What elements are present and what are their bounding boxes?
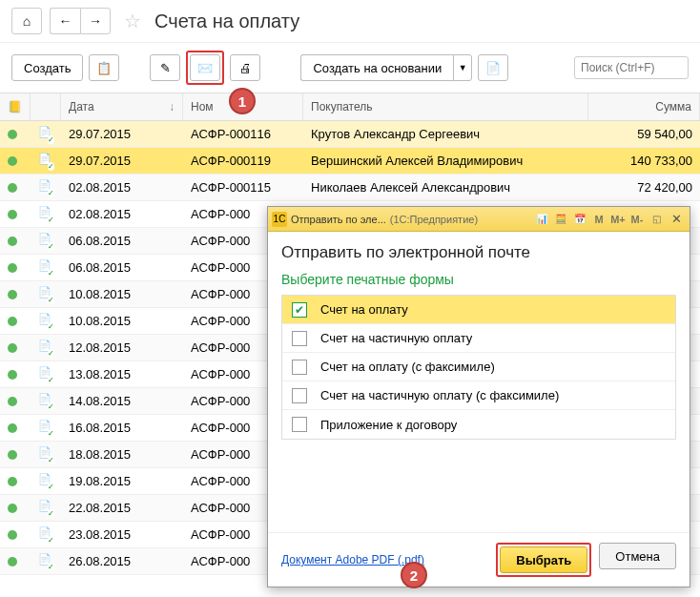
cell-buyer: Вершинский Алексей Владимирович [303,154,588,168]
doc-posted-icon [38,128,51,141]
print-form-row[interactable]: Приложение к договору [282,410,675,439]
home-button[interactable]: ⌂ [11,8,42,34]
doc-posted-icon [38,475,51,488]
doc-posted-icon [38,448,51,462]
cell-number: АСФР-000119 [183,154,303,168]
checkbox[interactable] [292,331,307,346]
doc-posted-icon [38,181,51,195]
cell-date: 29.07.2015 [61,154,183,168]
pdf-format-link[interactable]: Документ Adobe PDF (.pdf) [281,553,424,566]
create-button[interactable]: Создать [11,54,83,81]
print-form-label: Счет на частичную оплату (с факсимиле) [320,388,559,402]
doc-posted-icon [38,528,51,542]
status-dot-icon [8,477,17,486]
col-date[interactable]: Дата↓ [61,93,183,120]
status-dot-icon [8,343,17,353]
cell-date: 13.08.2015 [61,367,183,381]
forward-button[interactable]: → [80,8,111,34]
favorite-star-icon[interactable]: ☆ [124,10,141,32]
cancel-button[interactable]: Отмена [599,543,676,569]
chevron-down-icon[interactable]: ▼ [453,54,472,81]
table-row[interactable]: 29.07.2015АСФР-000119Вершинский Алексей … [0,148,700,175]
status-dot-icon [8,450,17,460]
search-input[interactable] [574,56,689,79]
status-dot-icon [8,504,17,513]
print-forms-list: ✔Счет на оплатуСчет на частичную оплатуС… [281,295,676,440]
create-based-on-label: Создать на основании [300,54,453,81]
doc-posted-icon [38,261,51,275]
app-1c-icon: 1C [272,212,287,227]
dialog-titlebar[interactable]: 1C Отправить по эле... (1С:Предприятие) … [268,207,690,232]
dialog-title: Отправить по эле... [291,214,386,225]
cell-number: АСФР-000115 [183,180,303,195]
cell-date: 02.08.2015 [61,180,183,195]
cell-date: 14.08.2015 [61,394,183,408]
create-based-on-dropdown[interactable]: Создать на основании ▼ [300,54,472,81]
cell-date: 10.08.2015 [61,287,183,301]
tb-mminus-button[interactable]: M- [628,211,646,228]
callout-2: 2 [401,562,427,588]
cell-number: АСФР-000116 [183,127,303,141]
checkbox[interactable]: ✔ [292,302,307,318]
dialog-title-app: (1С:Предприятие) [390,214,478,225]
copy-button[interactable]: 📋 [89,54,119,81]
tb-icon-1[interactable]: 📊 [533,211,550,228]
print-form-row[interactable]: Счет на оплату (с факсимиле) [282,353,675,381]
dialog-close-button[interactable]: ✕ [667,211,686,228]
cell-date: 06.08.2015 [61,234,183,248]
status-dot-icon [8,263,17,273]
table-row[interactable]: 29.07.2015АСФР-000116Крутов Александр Се… [0,121,700,148]
print-form-row[interactable]: Счет на частичную оплату [282,324,675,353]
cell-date: 16.08.2015 [61,421,183,435]
back-button[interactable]: ← [50,8,80,34]
report-button[interactable]: 📄 [478,54,508,81]
status-dot-icon [8,183,17,193]
cell-sum: 59 540,00 [588,127,700,141]
callout-1: 1 [229,88,256,114]
col-sum[interactable]: Сумма [588,93,700,120]
print-form-row[interactable]: ✔Счет на оплату [282,296,675,324]
print-form-label: Счет на оплату [320,302,408,317]
doc-posted-icon [38,555,51,568]
col-status-icon[interactable]: 📒 [0,93,31,120]
table-row[interactable]: 02.08.2015АСФР-000115Николаев Алексей Ал… [0,175,700,201]
cell-sum: 140 733,00 [588,154,700,168]
col-doc-icon[interactable] [31,93,61,120]
pencil-button[interactable]: ✎ [150,54,180,81]
cell-buyer: Крутов Александр Сергеевич [303,127,588,141]
tb-icon-3[interactable]: 📅 [571,211,588,228]
tb-mplus-button[interactable]: M+ [609,211,627,228]
print-form-row[interactable]: Счет на частичную оплату (с факсимиле) [282,381,675,410]
tb-restore-button[interactable]: ◱ [648,211,665,228]
tb-m-button[interactable]: M [590,211,607,228]
checkbox[interactable] [292,417,307,432]
doc-posted-icon [38,154,51,168]
print-button[interactable]: 🖨 [230,54,260,81]
select-button[interactable]: Выбрать [500,546,587,573]
checkbox[interactable] [292,388,307,403]
sort-arrow-icon: ↓ [169,100,175,113]
cell-date: 12.08.2015 [61,340,183,355]
doc-posted-icon [38,208,51,221]
status-dot-icon [8,423,17,433]
print-form-label: Счет на оплату (с факсимиле) [320,360,495,374]
dialog-heading: Отправить по электронной почте [281,243,676,262]
doc-posted-icon [38,395,51,408]
checkbox[interactable] [292,360,307,375]
email-button[interactable]: ✉️ [190,54,220,81]
print-form-label: Счет на частичную оплату [320,331,472,345]
doc-posted-icon [38,422,51,435]
cell-date: 22.08.2015 [61,501,183,515]
dialog-subheading: Выберите печатные формы [281,272,676,287]
email-dialog: 1C Отправить по эле... (1С:Предприятие) … [267,206,690,587]
tb-icon-2[interactable]: 🧮 [552,211,569,228]
status-dot-icon [8,397,17,406]
cell-date: 26.08.2015 [61,554,183,568]
doc-posted-icon [38,235,51,248]
col-buyer[interactable]: Покупатель [303,93,588,120]
cell-date: 19.08.2015 [61,474,183,488]
cell-sum: 72 420,00 [588,180,700,195]
cell-buyer: Николаев Алексей Александрович [303,180,588,195]
doc-posted-icon [38,368,51,381]
status-dot-icon [8,290,17,299]
